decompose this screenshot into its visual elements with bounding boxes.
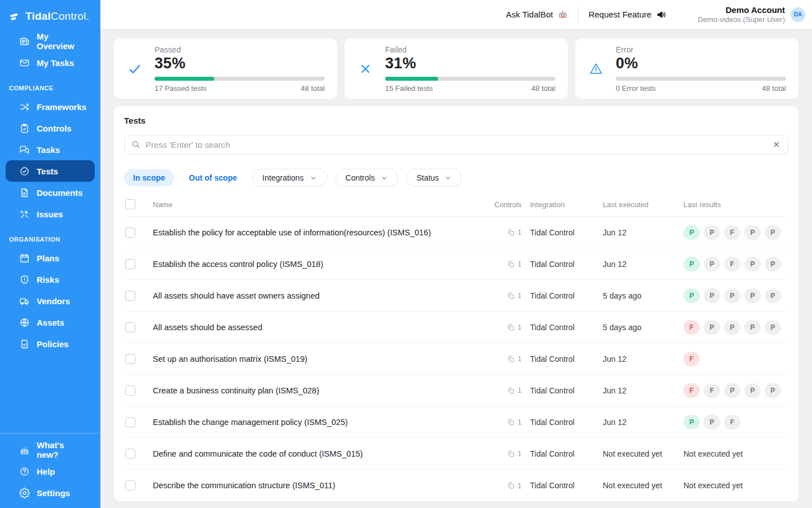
chevron-down-icon <box>381 174 388 182</box>
sidebar-item-my-tasks[interactable]: My Tasks <box>6 52 95 73</box>
result-badge-fail[interactable]: F <box>683 383 700 398</box>
ask-tidalbot-button[interactable]: Ask TidalBot <box>506 10 567 20</box>
test-name-link[interactable]: All assets should have asset owners assi… <box>153 291 491 300</box>
search-input[interactable] <box>145 140 767 150</box>
row-checkbox[interactable] <box>125 227 135 238</box>
result-badge-pass[interactable]: P <box>724 288 740 303</box>
result-badge-fail[interactable]: F <box>724 257 740 271</box>
last-results-cell: PPFPP <box>678 225 788 240</box>
check-icon <box>127 62 142 76</box>
row-checkbox[interactable] <box>125 322 135 332</box>
brand-logo[interactable]: TidalControl. <box>0 0 100 30</box>
row-checkbox[interactable] <box>125 291 135 301</box>
result-badge-pass[interactable]: P <box>744 320 761 335</box>
filter-out-of-scope[interactable]: Out of scope <box>189 173 237 182</box>
result-badge-pass[interactable]: P <box>744 257 761 271</box>
controls-count: 1 <box>491 228 525 237</box>
result-badge-pass[interactable]: P <box>704 257 720 271</box>
stat-count: 17 Passed tests <box>155 84 207 93</box>
last-results-cell: FPPPP <box>678 320 788 335</box>
last-executed-cell: Jun 12 <box>598 386 678 395</box>
clipboard-check-icon <box>19 123 30 134</box>
app-window: TidalControl. My OverviewMy TasksCOMPLIA… <box>0 0 812 508</box>
result-badge-pass[interactable]: P <box>765 288 781 303</box>
sidebar-item-label: Documents <box>37 188 83 198</box>
result-badge-pass[interactable]: P <box>704 415 720 430</box>
result-badge-pass[interactable]: P <box>704 225 720 240</box>
megaphone-icon <box>656 10 666 20</box>
sidebar-item-vendors[interactable]: Vendors <box>6 290 95 312</box>
sidebar-item-policies[interactable]: Policies <box>6 333 95 354</box>
row-checkbox[interactable] <box>125 480 135 491</box>
sidebar-item-tests[interactable]: Tests <box>6 160 95 182</box>
result-badge-pass[interactable]: P <box>704 288 720 303</box>
sidebar-item-tasks[interactable]: Tasks <box>6 139 95 160</box>
test-name-link[interactable]: Describe the communication structure (IS… <box>153 481 491 490</box>
sidebar-item-settings[interactable]: Settings <box>6 482 95 503</box>
result-badge-pass[interactable]: P <box>724 320 740 335</box>
account-menu[interactable]: Demo Account Demo-videos (Super User) DA <box>698 5 805 24</box>
result-badge-fail[interactable]: F <box>724 225 740 240</box>
table-row: Create a business continuity plan (ISMS_… <box>124 375 788 406</box>
sidebar-item-documents[interactable]: Documents <box>6 182 95 203</box>
row-checkbox[interactable] <box>125 449 135 459</box>
test-name-link[interactable]: Create a business continuity plan (ISMS_… <box>153 386 491 395</box>
filter-dropdown-integrations[interactable]: Integrations <box>252 169 326 187</box>
result-badge-pass[interactable]: P <box>683 257 700 271</box>
sidebar-item-plans[interactable]: Plans <box>6 247 95 269</box>
table-row: Describe the communication structure (IS… <box>124 470 788 501</box>
help-circle-icon <box>19 466 30 477</box>
sidebar-item-help[interactable]: Help <box>6 461 95 482</box>
col-header-controls: Controls <box>491 200 525 209</box>
test-name-link[interactable]: Establish the change management policy (… <box>153 418 491 427</box>
filter-dropdown-status[interactable]: Status <box>407 169 462 187</box>
result-badge-pass[interactable]: P <box>765 257 781 271</box>
result-badge-pass[interactable]: P <box>744 383 761 398</box>
result-badge-fail[interactable]: F <box>683 320 700 335</box>
select-all-checkbox[interactable] <box>125 199 135 209</box>
result-badge-pass[interactable]: P <box>683 225 700 240</box>
topbar: Ask TidalBot Request Feature <box>100 0 812 29</box>
result-badge-fail[interactable]: F <box>724 415 740 430</box>
row-checkbox[interactable] <box>125 386 135 396</box>
result-badge-pass[interactable]: P <box>765 320 781 335</box>
test-name-link[interactable]: Define and communicate the code of condu… <box>153 449 491 458</box>
result-badge-pass[interactable]: P <box>765 225 781 240</box>
avatar[interactable]: DA <box>791 7 805 22</box>
test-name-link[interactable]: All assets should be assessed <box>153 323 491 332</box>
result-badge-pass[interactable]: P <box>683 288 700 303</box>
integration-cell: Tidal Control <box>525 449 598 458</box>
result-badge-fail[interactable]: F <box>683 352 700 366</box>
result-badge-pass[interactable]: P <box>744 288 761 303</box>
filter-dropdown-controls[interactable]: Controls <box>336 169 398 187</box>
row-checkbox[interactable] <box>125 354 135 364</box>
stat-label: Passed <box>155 45 325 54</box>
sidebar-item-issues[interactable]: Issues <box>6 203 95 225</box>
last-results-cell: Not executed yet <box>678 481 788 490</box>
filter-in-scope[interactable]: In scope <box>124 169 174 186</box>
test-name-link[interactable]: Set up an authorisation matrix (ISMS_019… <box>153 354 491 364</box>
account-info: Demo Account Demo-videos (Super User) <box>698 5 785 24</box>
request-feature-button[interactable]: Request Feature <box>589 10 667 20</box>
sidebar-section-label: ORGANISATION <box>0 225 100 247</box>
row-checkbox[interactable] <box>125 417 135 427</box>
row-checkbox[interactable] <box>125 259 135 269</box>
result-badge-pass[interactable]: P <box>704 320 720 335</box>
result-badge-pass[interactable]: P <box>765 383 781 398</box>
sidebar-footer: What's new?HelpSettings <box>0 433 100 508</box>
sidebar-item-assets[interactable]: Assets <box>6 312 95 333</box>
sidebar-item-what-s-new-[interactable]: What's new? <box>6 439 95 461</box>
panel-title: Tests <box>124 106 788 125</box>
sidebar-item-risks[interactable]: Risks <box>6 269 95 290</box>
test-name-link[interactable]: Establish the policy for acceptable use … <box>153 228 491 237</box>
sidebar-item-controls[interactable]: Controls <box>6 117 95 139</box>
result-badge-pass[interactable]: P <box>683 415 700 430</box>
sidebar-item-frameworks[interactable]: Frameworks <box>6 96 95 117</box>
sidebar-item-my-overview[interactable]: My Overview <box>6 30 95 52</box>
result-badge-pass[interactable]: P <box>744 225 761 240</box>
clear-search-icon[interactable] <box>772 140 781 149</box>
result-badge-pass[interactable]: P <box>724 383 740 398</box>
stat-count: 15 Failed tests <box>385 84 433 93</box>
result-badge-fail[interactable]: F <box>704 383 720 398</box>
test-name-link[interactable]: Establish the access control policy (ISM… <box>153 260 491 269</box>
